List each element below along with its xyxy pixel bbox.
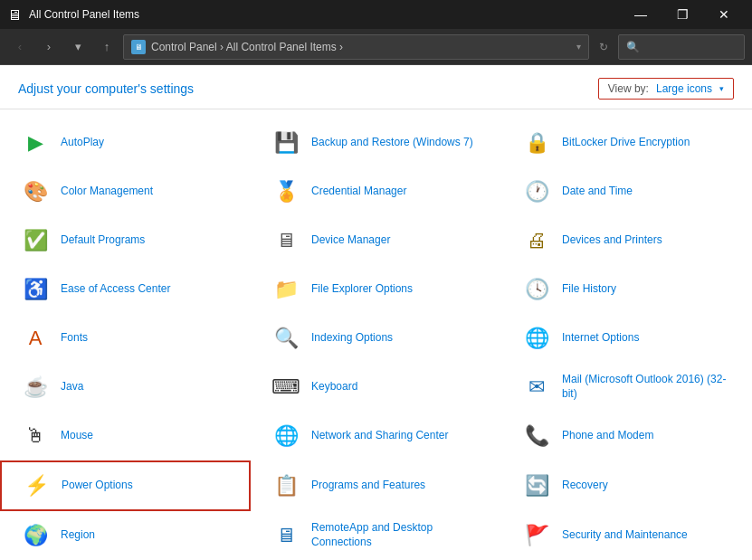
cp-item-java[interactable]: ☕Java [0,363,251,412]
java-icon: ☕ [19,371,52,403]
datetime-label: Date and Time [562,185,633,199]
devices-icon: 🖨 [520,224,553,257]
java-label: Java [61,380,83,394]
content-header: Adjust your computer's settings View by:… [0,65,752,109]
cp-item-power[interactable]: ⚡Power Options [0,460,251,511]
view-by-value[interactable]: Large icons [656,82,712,95]
security-label: Security and Maintenance [562,528,688,543]
cp-item-filehistory[interactable]: 🕓File History [501,265,752,314]
cp-item-mouse[interactable]: 🖱Mouse [0,412,251,460]
cp-item-credential[interactable]: 🏅Credential Manager [251,167,501,216]
cp-item-region[interactable]: 🌍Region [0,511,251,560]
address-dropdown-icon[interactable]: ▾ [576,42,581,52]
credential-icon: 🏅 [270,176,302,208]
fonts-icon: A [19,322,52,355]
default-label: Default Programs [61,233,145,248]
cp-item-default[interactable]: ✅Default Programs [0,216,251,265]
mouse-icon: 🖱 [19,420,52,452]
autoplay-icon: ▶ [19,127,52,159]
cp-item-phone[interactable]: 📞Phone and Modem [501,412,752,460]
cp-item-ease[interactable]: ♿Ease of Access Center [0,265,251,314]
cp-item-devmgr[interactable]: 🖥Device Manager [251,216,501,265]
close-button[interactable]: ✕ [703,0,745,29]
title-bar: 🖥 All Control Panel Items — ❐ ✕ [0,0,752,29]
minimize-button[interactable]: — [620,0,662,29]
back-button[interactable]: ‹ [7,34,33,60]
devices-label: Devices and Printers [562,233,662,248]
remote-icon: 🖥 [270,519,302,552]
restore-button[interactable]: ❐ [662,0,703,29]
cp-item-internet[interactable]: 🌐Internet Options [501,314,752,363]
cp-item-mail[interactable]: ✉Mail (Microsoft Outlook 2016) (32-bit) [501,363,752,412]
refresh-button[interactable]: ↻ [593,36,614,58]
network-label: Network and Sharing Center [311,429,448,443]
cp-item-fileexplorer[interactable]: 📁File Explorer Options [251,265,501,314]
filehistory-icon: 🕓 [520,273,553,306]
power-label: Power Options [62,479,133,493]
remote-label: RemoteApp and Desktop Connections [311,521,482,549]
items-grid: ▶AutoPlay💾Backup and Restore (Windows 7)… [0,109,752,560]
cp-item-recovery[interactable]: 🔄Recovery [501,460,752,511]
keyboard-icon: ⌨ [270,371,302,403]
cp-item-bitlocker[interactable]: 🔒BitLocker Drive Encryption [501,119,752,167]
datetime-icon: 🕐 [520,176,553,208]
search-box[interactable]: 🔍 [618,34,745,60]
cp-item-programs[interactable]: 📋Programs and Features [251,460,501,511]
cp-item-indexing[interactable]: 🔍Indexing Options [251,314,501,363]
power-icon: ⚡ [20,470,52,502]
address-icon: 🖥 [131,40,146,54]
mouse-label: Mouse [61,429,93,443]
recovery-label: Recovery [562,479,608,493]
cp-item-devices[interactable]: 🖨Devices and Printers [501,216,752,265]
window-icon: 🖥 [7,7,22,22]
keyboard-label: Keyboard [311,380,357,394]
content-area: Adjust your computer's settings View by:… [0,65,752,560]
phone-icon: 📞 [520,420,553,452]
indexing-label: Indexing Options [311,331,393,346]
cp-item-remote[interactable]: 🖥RemoteApp and Desktop Connections [251,511,501,560]
title-bar-controls: — ❐ ✕ [620,0,745,29]
title-bar-left: 🖥 All Control Panel Items [7,7,139,22]
cp-item-color[interactable]: 🎨Color Management [0,167,251,216]
security-icon: 🚩 [520,519,553,552]
forward-button[interactable]: › [36,34,62,60]
cp-item-security[interactable]: 🚩Security and Maintenance [501,511,752,560]
view-by-arrow-icon: ▾ [719,84,724,93]
fonts-label: Fonts [61,331,88,346]
color-icon: 🎨 [19,176,52,208]
view-by-container[interactable]: View by: Large icons ▾ [598,78,734,100]
phone-label: Phone and Modem [562,429,653,443]
adjust-settings-text: Adjust your computer's settings [18,81,194,96]
bitlocker-label: BitLocker Drive Encryption [562,136,690,150]
cp-item-network[interactable]: 🌐Network and Sharing Center [251,412,501,460]
mail-icon: ✉ [520,371,553,403]
cp-item-fonts[interactable]: AFonts [0,314,251,363]
backup-label: Backup and Restore (Windows 7) [311,136,473,150]
address-text: Control Panel › All Control Panel Items … [151,41,571,53]
internet-icon: 🌐 [520,322,553,355]
cp-item-autoplay[interactable]: ▶AutoPlay [0,119,251,167]
ease-icon: ♿ [19,273,52,306]
credential-label: Credential Manager [311,185,406,199]
network-icon: 🌐 [270,420,302,452]
address-bar[interactable]: 🖥 Control Panel › All Control Panel Item… [123,34,589,60]
indexing-icon: 🔍 [270,322,302,355]
up-button[interactable]: ↑ [94,34,119,60]
search-icon: 🔍 [626,41,640,53]
fileexplorer-label: File Explorer Options [311,282,413,297]
nav-bar: ‹ › ▾ ↑ 🖥 Control Panel › All Control Pa… [0,29,752,65]
cp-item-keyboard[interactable]: ⌨Keyboard [251,363,501,412]
view-by-label: View by: [608,82,649,95]
programs-icon: 📋 [270,470,302,502]
cp-item-backup[interactable]: 💾Backup and Restore (Windows 7) [251,119,501,167]
default-icon: ✅ [19,224,52,257]
color-label: Color Management [61,185,153,199]
bitlocker-icon: 🔒 [520,127,553,159]
filehistory-label: File History [562,282,616,297]
region-label: Region [61,528,95,543]
cp-item-datetime[interactable]: 🕐Date and Time [501,167,752,216]
mail-label: Mail (Microsoft Outlook 2016) (32-bit) [562,373,733,401]
internet-label: Internet Options [562,331,639,346]
recovery-icon: 🔄 [520,470,553,502]
recent-locations-button[interactable]: ▾ [65,34,90,60]
